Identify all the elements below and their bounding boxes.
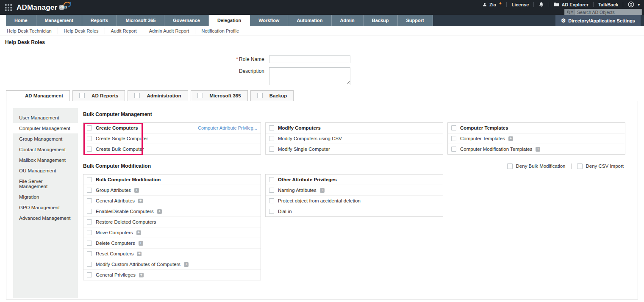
panel-header-computer-templates: Computer Templates xyxy=(448,123,625,133)
nav-tab-governance[interactable]: Governance xyxy=(164,15,209,26)
naming-attributes-checkbox[interactable] xyxy=(269,188,274,193)
description-textarea[interactable] xyxy=(269,67,350,85)
modify-single-computer-checkbox[interactable] xyxy=(269,147,274,152)
panel-item-general-attributes: General Attributes+ xyxy=(83,195,261,206)
expand-plus-icon[interactable]: + xyxy=(134,188,139,193)
search-scope-dropdown[interactable]: ▾ xyxy=(565,9,575,15)
subnav-item-audit-report[interactable]: Audit Report xyxy=(105,28,143,34)
restore-deleted-computers-checkbox[interactable] xyxy=(87,219,92,224)
sidebar-item-file-server-management[interactable]: File Server Management xyxy=(13,176,78,191)
category-tab-ad-management[interactable]: AD Management xyxy=(6,90,70,101)
expand-plus-icon[interactable]: + xyxy=(320,188,325,193)
computer-attribute-privileg-link[interactable]: Computer Attribute Privileg... xyxy=(198,125,257,130)
ad-explorer-button[interactable]: AD Explorer xyxy=(554,2,588,7)
expand-plus-icon[interactable]: + xyxy=(508,136,513,141)
sidebar-item-migration[interactable]: Migration xyxy=(13,191,78,202)
general-privileges-checkbox[interactable] xyxy=(87,272,92,277)
deny-csv-import-checkbox[interactable] xyxy=(577,163,583,169)
expand-plus-icon[interactable]: + xyxy=(137,252,142,256)
role-name-input[interactable] xyxy=(269,55,350,63)
user-account-menu[interactable]: ▾ xyxy=(628,1,640,8)
category-tab-backup[interactable]: Backup xyxy=(250,90,294,101)
sidebar-item-contact-management[interactable]: Contact Management xyxy=(13,144,78,155)
expand-plus-icon[interactable]: + xyxy=(139,273,144,277)
bulk-computer-modification-checkbox[interactable] xyxy=(87,177,92,182)
search-ad-objects-input[interactable] xyxy=(575,9,641,15)
delete-computers-checkbox[interactable] xyxy=(87,241,92,246)
sidebar-item-group-management[interactable]: Group Management xyxy=(13,133,78,144)
nav-tab-backup[interactable]: Backup xyxy=(364,15,398,26)
expand-plus-icon[interactable]: + xyxy=(157,209,162,214)
move-computers-checkbox[interactable] xyxy=(87,230,92,235)
nav-tabs: HomeManagementReportsMicrosoft 365Govern… xyxy=(6,15,433,26)
nav-tab-automation[interactable]: Automation xyxy=(288,15,331,26)
category-tab-ad-reports[interactable]: AD Reports xyxy=(72,90,125,101)
microsoft-365-checkbox[interactable] xyxy=(197,93,203,98)
other-attribute-privileges-checkbox[interactable] xyxy=(269,177,274,182)
ad-management-checkbox[interactable] xyxy=(13,93,18,98)
subnav-item-help-desk-technician[interactable]: Help Desk Technician xyxy=(1,28,58,34)
sidebar-item-ou-management[interactable]: OU Management xyxy=(13,165,78,176)
subnav-item-notification-profile[interactable]: Notification Profile xyxy=(195,28,245,34)
sidebar-item-gpo-management[interactable]: GPO Management xyxy=(13,202,78,213)
sidebar-item-advanced-management[interactable]: Advanced Management xyxy=(13,213,78,223)
sidebar-item-computer-management[interactable]: Computer Management xyxy=(13,123,78,133)
category-tab-microsoft-365[interactable]: Microsoft 365 xyxy=(191,90,248,101)
expand-plus-icon[interactable]: + xyxy=(138,199,143,203)
main-navigation: HomeManagementReportsMicrosoft 365Govern… xyxy=(0,15,644,26)
nav-tab-workflow[interactable]: Workflow xyxy=(250,15,288,26)
ad-reports-checkbox[interactable] xyxy=(79,93,85,98)
topbar-divider xyxy=(549,2,549,7)
subnav-item-admin-audit-report[interactable]: Admin Audit Report xyxy=(143,28,195,34)
nav-tab-delegation[interactable]: Delegation xyxy=(209,15,250,26)
nav-tab-support[interactable]: Support xyxy=(398,15,433,26)
create-computers-checkbox[interactable] xyxy=(87,125,92,130)
sidebar-item-mailbox-management[interactable]: Mailbox Management xyxy=(13,155,78,165)
directory-application-settings-button[interactable]: ⚙ Directory/Application Settings xyxy=(555,15,641,26)
dial-in-checkbox[interactable] xyxy=(269,209,274,214)
category-tab-administration[interactable]: Administration xyxy=(128,90,188,101)
computer-modification-templates-checkbox[interactable] xyxy=(451,147,456,152)
protect-object-from-accidental-deletion-checkbox[interactable] xyxy=(269,198,274,203)
create-single-computer-checkbox[interactable] xyxy=(87,136,92,141)
create-bulk-computer-checkbox[interactable] xyxy=(87,147,92,152)
modify-computers-checkbox[interactable] xyxy=(269,125,274,130)
expand-plus-icon[interactable]: + xyxy=(139,241,143,246)
enable-disable-computers-checkbox[interactable] xyxy=(87,209,92,214)
deny-bulk-modification-checkbox[interactable] xyxy=(507,163,513,169)
computer-templates-checkbox[interactable] xyxy=(451,125,456,130)
modify-computers-using-csv-checkbox[interactable] xyxy=(269,136,274,141)
notifications-bell-icon[interactable] xyxy=(539,2,544,7)
panel-item-modify-custom-attributes-of-computers: Modify Custom Attributes of Computers+ xyxy=(83,259,261,269)
section-header-bulk-computer-modification: Bulk Computer ModificationDeny Bulk Modi… xyxy=(83,163,629,169)
deny-option-label: Deny CSV Import xyxy=(586,163,624,169)
nav-tab-management[interactable]: Management xyxy=(36,15,82,26)
talkback-button[interactable]: TalkBack xyxy=(598,2,619,7)
backup-checkbox[interactable] xyxy=(257,93,263,98)
license-button[interactable]: License xyxy=(511,2,529,7)
reset-computers-checkbox[interactable] xyxy=(87,251,92,256)
expand-plus-icon[interactable]: + xyxy=(136,230,141,235)
nav-tab-admin[interactable]: Admin xyxy=(332,15,364,26)
zia-button[interactable]: Zia ✦ xyxy=(482,2,502,7)
computer-templates-checkbox[interactable] xyxy=(451,136,456,141)
panel-item-modify-computers-using-csv: Modify Computers using CSV xyxy=(266,133,443,144)
panel-bulk-computer-modification: Bulk Computer ModificationGroup Attribut… xyxy=(83,174,261,280)
nav-tab-reports[interactable]: Reports xyxy=(82,15,117,26)
administration-checkbox[interactable] xyxy=(134,93,140,98)
group-attributes-checkbox[interactable] xyxy=(87,188,92,193)
app-launcher-grid-icon[interactable] xyxy=(5,4,12,11)
expand-plus-icon[interactable]: + xyxy=(184,262,189,267)
logo-swoosh-icon xyxy=(62,0,72,11)
panel-modify-computers: Modify ComputersModify Computers using C… xyxy=(265,122,443,155)
subnav-item-help-desk-roles[interactable]: Help Desk Roles xyxy=(58,28,105,34)
modify-custom-attributes-of-computers-checkbox[interactable] xyxy=(87,262,92,267)
panel-header-label: Bulk Computer Modification xyxy=(96,177,161,182)
section-title: Bulk Computer Modification xyxy=(83,163,151,169)
panel-item-delete-computers: Delete Computers+ xyxy=(83,238,261,248)
general-attributes-checkbox[interactable] xyxy=(87,198,92,203)
nav-tab-home[interactable]: Home xyxy=(6,15,36,26)
nav-tab-microsoft-365[interactable]: Microsoft 365 xyxy=(117,15,164,26)
expand-plus-icon[interactable]: + xyxy=(536,147,540,152)
sidebar-item-user-management[interactable]: User Management xyxy=(13,112,78,123)
